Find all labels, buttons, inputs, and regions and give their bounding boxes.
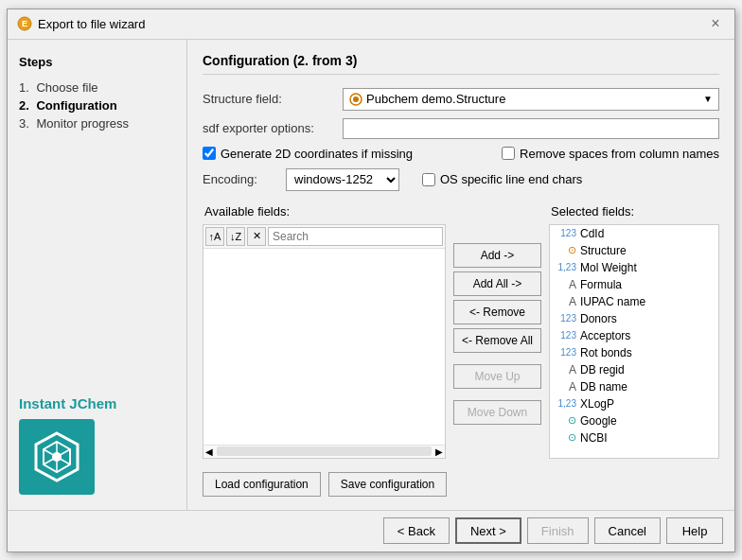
- fields-labels: Available fields: Selected fields:: [203, 204, 719, 219]
- save-config-button[interactable]: Save configuration: [328, 472, 447, 497]
- structure-field-row: Structure field: Pubchem demo.Structure …: [203, 88, 719, 111]
- load-config-button[interactable]: Load configuration: [203, 472, 321, 497]
- move-down-button[interactable]: Move Down: [453, 400, 541, 425]
- export-wizard-dialog: E Export to file wizard × Steps 1. Choos…: [7, 9, 735, 552]
- dialog-title: Export to file wizard: [38, 17, 145, 31]
- structure-field-select[interactable]: Pubchem demo.Structure ▼: [343, 88, 719, 111]
- remove-all-button[interactable]: <- Remove All: [453, 328, 541, 353]
- sort-za-button[interactable]: ↓Z: [226, 227, 245, 246]
- back-label: < Back: [398, 524, 435, 538]
- selected-field-item[interactable]: ⊙Google: [550, 412, 718, 429]
- next-label: Next >: [470, 524, 506, 538]
- help-button[interactable]: Help: [666, 517, 723, 544]
- move-up-button[interactable]: Move Up: [453, 364, 541, 389]
- available-fields-label: Available fields:: [203, 204, 445, 219]
- back-button[interactable]: < Back: [383, 517, 450, 544]
- step-1: 1. Choose file: [19, 79, 175, 96]
- selected-field-item[interactable]: AFormula: [550, 276, 718, 293]
- selected-field-item[interactable]: ADB name: [550, 378, 718, 395]
- clear-sort-button[interactable]: ✕: [247, 227, 266, 246]
- remove-button[interactable]: <- Remove: [453, 300, 541, 324]
- structure-icon: [349, 93, 362, 106]
- hex-svg: [28, 429, 85, 485]
- available-field-list[interactable]: [203, 249, 445, 445]
- checkbox-row-1: Generate 2D coordinates if missing Remov…: [203, 147, 719, 161]
- sort-az-button[interactable]: ↑A: [205, 227, 224, 246]
- step-2: 2. Configuration: [19, 96, 175, 114]
- svg-text:E: E: [22, 19, 27, 28]
- logo-text: Instant JChem: [19, 395, 116, 411]
- structure-field-label: Structure field:: [203, 92, 335, 106]
- sidebar-logo: Instant JChem: [19, 395, 175, 495]
- cancel-label: Cancel: [609, 524, 646, 538]
- steps-list: 1. Choose file 2. Configuration 3. Monit…: [19, 79, 175, 132]
- selected-field-item[interactable]: ⊙NCBI: [550, 429, 718, 446]
- field-name: Google: [580, 414, 617, 428]
- titlebar: E Export to file wizard ×: [8, 9, 734, 40]
- transfer-buttons: Add -> Add All -> <- Remove <- Remove Al…: [453, 224, 541, 459]
- step-3-label: Monitor progress: [36, 116, 129, 131]
- remove-spaces-label: Remove spaces from column names: [520, 147, 719, 161]
- available-panel: ↑A ↓Z ✕ ◀ ▶: [203, 224, 446, 459]
- field-name: Donors: [580, 312, 617, 325]
- config-buttons: Load configuration Save configuration: [203, 466, 719, 497]
- field-name: DB regid: [580, 363, 625, 376]
- cancel-button[interactable]: Cancel: [594, 517, 661, 544]
- field-name: Mol Weight: [580, 261, 637, 274]
- app-icon: E: [17, 16, 32, 31]
- dialog-content: Steps 1. Choose file 2. Configuration 3.…: [8, 40, 734, 510]
- search-input[interactable]: [268, 227, 443, 246]
- field-name: XLogP: [580, 397, 614, 411]
- os-specific-checkbox[interactable]: [422, 173, 435, 186]
- scroll-track: [217, 446, 432, 456]
- encoding-label: Encoding:: [203, 172, 278, 186]
- encoding-row: Encoding: windows-1252 UTF-8 ISO-8859-1 …: [203, 168, 719, 191]
- generate-2d-checkbox-label[interactable]: Generate 2D coordinates if missing: [203, 147, 413, 161]
- finish-button[interactable]: Finish: [527, 517, 589, 544]
- remove-spaces-checkbox-label[interactable]: Remove spaces from column names: [502, 147, 719, 161]
- available-field-list-inner: [203, 249, 445, 391]
- dropdown-chevron: ▼: [703, 94, 713, 104]
- generate-2d-checkbox[interactable]: [203, 147, 216, 160]
- selected-field-item[interactable]: ⊙Structure: [550, 242, 718, 259]
- os-specific-checkbox-label[interactable]: OS specific line end chars: [422, 172, 582, 186]
- sidebar-title: Steps: [19, 55, 175, 69]
- selected-field-item[interactable]: 123Acceptors: [550, 327, 718, 344]
- selected-field-item[interactable]: 1,23Mol Weight: [550, 259, 718, 276]
- horizontal-scrollbar[interactable]: ◀ ▶: [203, 445, 445, 458]
- help-label: Help: [682, 524, 708, 538]
- fields-section: ↑A ↓Z ✕ ◀ ▶ Add ->: [203, 224, 719, 459]
- selected-field-list[interactable]: 123CdId⊙Structure1,23Mol WeightAFormulaA…: [549, 224, 719, 459]
- finish-label: Finish: [541, 524, 574, 538]
- remove-spaces-checkbox[interactable]: [502, 147, 515, 160]
- selected-panel: 123CdId⊙Structure1,23Mol WeightAFormulaA…: [549, 224, 719, 459]
- selected-field-item[interactable]: ADB regid: [550, 361, 718, 378]
- field-name: Rot bonds: [580, 346, 632, 359]
- svg-point-9: [353, 96, 359, 102]
- sdf-exporter-input[interactable]: [343, 118, 719, 139]
- step-1-num: 1.: [19, 80, 29, 95]
- step-1-label: Choose file: [36, 80, 97, 95]
- encoding-select[interactable]: windows-1252 UTF-8 ISO-8859-1: [286, 168, 399, 191]
- sidebar: Steps 1. Choose file 2. Configuration 3.…: [8, 40, 187, 510]
- selected-field-item[interactable]: AIUPAC name: [550, 293, 718, 310]
- generate-2d-label: Generate 2D coordinates if missing: [221, 147, 413, 161]
- selected-field-item[interactable]: 123Donors: [550, 310, 718, 327]
- add-button[interactable]: Add ->: [453, 243, 541, 268]
- selected-field-item[interactable]: 123CdId: [550, 225, 718, 242]
- field-name: DB name: [580, 380, 627, 394]
- step-2-num: 2.: [19, 98, 29, 113]
- step-2-label: Configuration: [36, 98, 116, 113]
- close-button[interactable]: ×: [706, 14, 725, 33]
- panel-title: Configuration (2. from 3): [203, 53, 719, 75]
- next-button[interactable]: Next >: [455, 517, 521, 544]
- selected-field-item[interactable]: 123Rot bonds: [550, 344, 718, 361]
- field-toolbar: ↑A ↓Z ✕: [203, 225, 445, 249]
- field-name: Structure: [580, 244, 627, 257]
- add-all-button[interactable]: Add All ->: [453, 271, 541, 296]
- main-panel: Configuration (2. from 3) Structure fiel…: [187, 40, 734, 510]
- field-name: CdId: [580, 227, 604, 240]
- selected-field-item[interactable]: 1,23XLogP: [550, 395, 718, 412]
- step-3: 3. Monitor progress: [19, 114, 175, 132]
- field-name: IUPAC name: [580, 295, 645, 308]
